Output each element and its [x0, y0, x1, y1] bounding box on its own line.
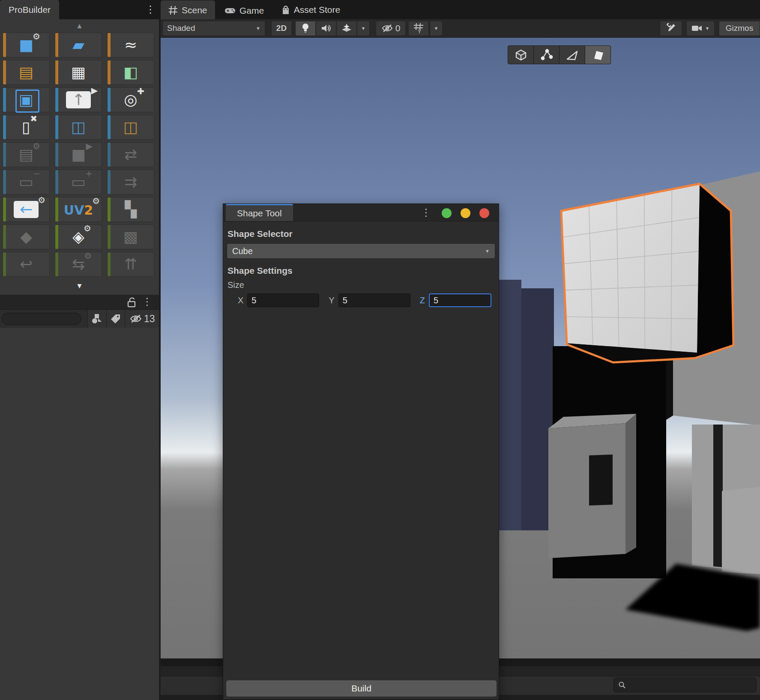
effects-dropdown[interactable]: ▼: [357, 21, 370, 36]
tool-overlay-icon: ⚙: [38, 196, 45, 204]
view-tabstrip: Scene Game Asset Store: [161, 0, 760, 19]
filter-by-type-button[interactable]: [87, 310, 106, 328]
unlock-icon[interactable]: [126, 297, 137, 308]
shape-selector-dropdown[interactable]: Cube ▼: [227, 243, 495, 259]
panel-menu-icon[interactable]: ⋮: [145, 3, 156, 15]
build-button-label: Build: [351, 683, 371, 694]
gizmos-label: Gizmos: [726, 24, 753, 33]
tool-overlay-icon: −: [33, 169, 40, 178]
probuilder-tool-new-bezier-shape[interactable]: ≈: [107, 33, 154, 57]
gamepad-icon: [224, 6, 236, 15]
size-x-input[interactable]: [247, 293, 319, 307]
shape-tool-title: Shape Tool: [237, 208, 282, 218]
effects-button[interactable]: [336, 21, 357, 36]
probuilder-tool-generate-uv2[interactable]: UV2⚙: [55, 197, 102, 222]
toggle-2d-button[interactable]: 2D: [271, 21, 292, 36]
yellow-dot-icon[interactable]: [461, 208, 470, 218]
size-label: Size: [227, 280, 502, 290]
scroll-up-arrow[interactable]: ▲: [0, 21, 159, 32]
face-mode-button[interactable]: [585, 46, 610, 64]
probuilder-tool-new-shape[interactable]: ■⚙: [3, 33, 50, 57]
camera-dropdown[interactable]: ▼: [686, 21, 715, 36]
tool-accent-bar: [55, 225, 58, 249]
grid-axis-icon: Y: [413, 23, 424, 34]
probuilder-tool-lightmap-uv-editor[interactable]: ◎✚: [107, 87, 154, 112]
edge-mode-icon: [565, 48, 580, 62]
grid-visibility-button[interactable]: Y: [408, 21, 429, 36]
new-poly-shape-icon: ▰: [72, 37, 84, 53]
shading-mode-dropdown[interactable]: Shaded ▼: [162, 21, 265, 36]
probuilder-tool-export-asset[interactable]: ←⚙: [3, 197, 50, 222]
tool-accent-bar: [108, 225, 111, 249]
console-search[interactable]: [613, 678, 757, 692]
eye-slash-icon: [129, 314, 142, 324]
object-mode-button[interactable]: [508, 46, 534, 64]
probuilder-tool-uv-editor[interactable]: ▦: [55, 60, 102, 85]
vertex-colors-icon: ◧: [123, 65, 138, 80]
vertex-mode-button[interactable]: [534, 46, 560, 64]
tab-probuilder[interactable]: ProBuilder: [0, 0, 59, 19]
probuilder-tool-material-editor[interactable]: ▤: [3, 60, 50, 85]
hidden-count: 0: [395, 23, 401, 33]
shape-selector-heading: Shape Selector: [227, 229, 502, 239]
merge-faces-icon: ◆: [20, 229, 32, 245]
object-mode-icon: [514, 48, 528, 62]
tool-accent-bar: [3, 170, 6, 194]
probuilder-tool-unwrap-uv[interactable]: ▚: [107, 197, 154, 222]
filter-by-label-button[interactable]: [106, 310, 125, 328]
hierarchy-header: ⋮: [0, 295, 159, 310]
green-dot-icon[interactable]: [442, 208, 452, 218]
size-z-input[interactable]: [429, 293, 491, 307]
swap-selection-icon: ⇄: [124, 147, 137, 162]
revert-merge-icon: ↩: [20, 257, 33, 272]
tool-accent-bar: [3, 33, 6, 57]
probuilder-tool-probuilderize[interactable]: ↑▶: [55, 87, 102, 112]
gizmos-button[interactable]: Gizmos: [719, 21, 760, 36]
lightmap-uv-editor-icon: ◎✚: [124, 92, 137, 108]
probuilder-tool-open-face-blue[interactable]: ◫: [55, 115, 102, 140]
chevron-down-icon: ▼: [361, 26, 366, 31]
selected-cube[interactable]: [561, 184, 733, 362]
hierarchy-search-input[interactable]: [2, 313, 81, 325]
console-search-input[interactable]: [629, 680, 752, 690]
tool-overlay-icon: +: [85, 169, 93, 178]
unwrap-uv-icon: ▚: [125, 202, 137, 217]
custom-tools-button[interactable]: [660, 21, 682, 36]
window-menu-icon[interactable]: ⋮: [421, 207, 431, 218]
scroll-down-arrow[interactable]: ▼: [0, 281, 159, 292]
scene-lighting-button[interactable]: [295, 21, 316, 36]
probuilder-tool-vertex-colors[interactable]: ◧: [107, 60, 154, 85]
red-dot-icon[interactable]: [479, 208, 489, 218]
scene-audio-button[interactable]: [316, 21, 336, 36]
edge-mode-button[interactable]: [560, 46, 585, 64]
speaker-icon: [320, 23, 332, 33]
probuilder-tool-new-poly-shape[interactable]: ▰: [55, 33, 102, 57]
hidden-objects-button[interactable]: 0: [376, 21, 406, 36]
tab-game[interactable]: Game: [217, 1, 272, 20]
tool-overlay-icon: ▶: [86, 142, 93, 150]
hierarchy-menu-icon[interactable]: ⋮: [142, 296, 152, 308]
tool-overlay-icon: ⚙: [84, 251, 92, 260]
tab-asset-store[interactable]: Asset Store: [274, 0, 348, 19]
effects-layers-icon: [341, 23, 352, 34]
grid-dropdown[interactable]: ▼: [430, 21, 443, 36]
tool-accent-bar: [108, 60, 111, 84]
probuilder-tool-exit-edit-mode[interactable]: ▯✖: [3, 115, 50, 140]
shading-mode-label: Shaded: [167, 24, 195, 33]
filter-type-icon: [91, 313, 102, 324]
probuilder-tool-open-face-brown[interactable]: ◫: [107, 115, 154, 140]
wrench-pencil-icon: [665, 22, 677, 34]
tool-accent-bar: [3, 60, 6, 84]
exit-edit-mode-icon: ▯✖: [22, 120, 30, 135]
build-button[interactable]: Build: [226, 680, 497, 697]
tool-overlay-icon: ⚙: [84, 224, 91, 233]
shape-tool-tab[interactable]: Shape Tool: [226, 204, 293, 221]
probuilder-tool-smoothing-editor[interactable]: ▣: [3, 87, 50, 112]
shape-tool-titlebar[interactable]: Shape Tool ⋮: [223, 204, 499, 221]
tool-overlay-icon: ✚: [137, 87, 144, 96]
probuilder-tool-subdivide-object[interactable]: ◈⚙: [55, 224, 102, 249]
tool-accent-bar: [55, 33, 58, 57]
tab-scene[interactable]: Scene: [161, 0, 215, 20]
hidden-count-button[interactable]: 13: [125, 310, 159, 328]
size-y-input[interactable]: [338, 293, 410, 307]
